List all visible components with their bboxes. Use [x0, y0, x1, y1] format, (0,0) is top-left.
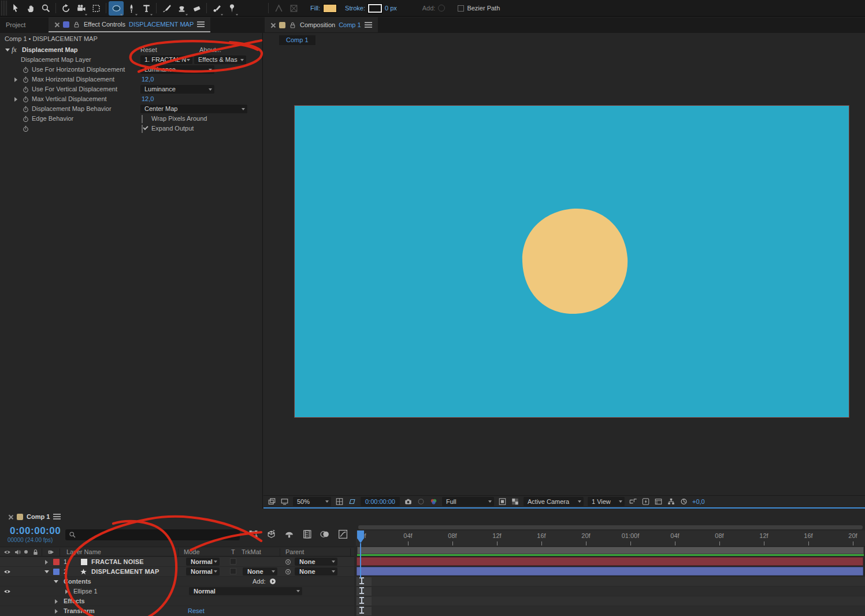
- max-horizontal-value[interactable]: 12,0: [142, 76, 154, 83]
- timeline-button-icon[interactable]: [654, 498, 663, 506]
- graph-editor-icon[interactable]: [338, 529, 348, 539]
- parent-pickwhip-icon[interactable]: [284, 558, 292, 566]
- property-row-contents[interactable]: Contents Add:: [0, 577, 354, 587]
- property-row-ellipse1[interactable]: Ellipse 1 Normal: [0, 587, 354, 596]
- stopwatch-icon[interactable]: [22, 66, 29, 74]
- trkmat-column-label[interactable]: TrkMat: [242, 548, 261, 555]
- selection-tool-icon[interactable]: [8, 1, 23, 16]
- mask-visibility-icon[interactable]: [348, 498, 357, 506]
- expand-arrow-icon[interactable]: [14, 97, 17, 102]
- tab-composition[interactable]: Composition Comp 1: [265, 17, 378, 32]
- ibeam-marker[interactable]: [359, 607, 364, 614]
- roto-brush-tool-icon[interactable]: [209, 1, 224, 16]
- parent-dropdown[interactable]: None: [295, 567, 337, 576]
- effect-about-link[interactable]: About...: [199, 46, 221, 53]
- effect-reset-link[interactable]: Reset: [140, 46, 157, 53]
- frame-blending-icon[interactable]: [302, 529, 312, 539]
- stopwatch-icon[interactable]: [22, 125, 29, 133]
- primary-viewer-icon[interactable]: [280, 498, 289, 506]
- bezier-path-checkbox[interactable]: [458, 5, 464, 12]
- tab-project[interactable]: Project: [0, 17, 31, 32]
- pen-tool-icon[interactable]: [124, 1, 139, 16]
- current-time-display[interactable]: 0:00:00:00: [10, 525, 61, 537]
- source-select-dropdown[interactable]: Effects & Mas: [194, 55, 246, 64]
- draft-3d-icon[interactable]: [266, 529, 276, 539]
- reset-exposure-icon[interactable]: [680, 498, 688, 506]
- comp-flowchart-icon[interactable]: [667, 498, 675, 506]
- stopwatch-icon[interactable]: [22, 76, 29, 84]
- magnification-dropdown[interactable]: 50%: [293, 497, 331, 506]
- tab-effect-controls[interactable]: Effect Controls DISPLACEMENT MAP: [49, 17, 210, 32]
- zoom-tool-icon[interactable]: [38, 1, 53, 16]
- property-name[interactable]: Effects: [64, 598, 85, 604]
- close-panel-icon[interactable]: [8, 514, 13, 519]
- property-name[interactable]: Transform: [64, 607, 95, 614]
- grid-guides-icon[interactable]: [335, 498, 344, 506]
- use-for-vertical-dropdown[interactable]: Luminance: [140, 85, 214, 94]
- effect-header-row[interactable]: fx Displacement Map Reset About...: [0, 45, 263, 55]
- blend-mode-dropdown[interactable]: Normal: [186, 558, 220, 566]
- layer-select-dropdown[interactable]: 1. FRACTAL N: [140, 55, 192, 64]
- stroke-width-value[interactable]: 0 px: [385, 5, 397, 12]
- snapshot-camera-icon[interactable]: [404, 498, 413, 506]
- transparency-grid-icon[interactable]: [511, 498, 519, 506]
- region-of-interest-icon[interactable]: [498, 498, 507, 506]
- close-panel-icon[interactable]: [54, 22, 60, 27]
- expand-arrow-icon[interactable]: [14, 77, 17, 82]
- exposure-value[interactable]: +0,0: [692, 498, 705, 505]
- layer-bar-displacement-map[interactable]: [357, 567, 863, 576]
- blend-mode-dropdown[interactable]: Normal: [186, 567, 220, 576]
- fast-previews-icon[interactable]: [641, 498, 650, 506]
- collapse-arrow-icon[interactable]: [5, 49, 10, 51]
- map-behavior-dropdown[interactable]: Center Map: [140, 105, 247, 113]
- stroke-label[interactable]: Stroke:: [345, 5, 365, 12]
- panel-menu-icon[interactable]: [53, 514, 61, 515]
- timeline-tab-comp1[interactable]: Comp 1: [3, 511, 65, 522]
- ibeam-marker[interactable]: [359, 587, 364, 594]
- share-view-icon[interactable]: [629, 498, 637, 506]
- puppet-pin-tool-icon[interactable]: [224, 1, 239, 16]
- expand-arrow-icon[interactable]: [55, 599, 58, 604]
- close-panel-icon[interactable]: [270, 23, 276, 28]
- property-name[interactable]: Ellipse 1: [73, 588, 98, 595]
- lock-icon[interactable]: [73, 21, 80, 28]
- wrap-pixels-checkbox[interactable]: [142, 115, 143, 123]
- eye-icon[interactable]: [3, 588, 11, 595]
- layer-label-color[interactable]: [53, 569, 60, 575]
- stroke-color-swatch[interactable]: [368, 4, 382, 13]
- collapse-arrow-icon[interactable]: [54, 580, 58, 583]
- toolbar-grip[interactable]: [1, 1, 7, 16]
- layer-row-displacement-map[interactable]: 2 DISPLACEMENT MAP Normal None None: [0, 567, 354, 577]
- shape-ellipse-tool-icon[interactable]: [109, 1, 124, 16]
- eraser-tool-icon[interactable]: [189, 1, 204, 16]
- channel-settings-icon[interactable]: [429, 498, 438, 506]
- switch-checkbox[interactable]: [230, 568, 236, 574]
- switch-checkbox[interactable]: [230, 558, 236, 565]
- shape-blend-mode-dropdown[interactable]: Normal: [189, 587, 302, 595]
- layer-name[interactable]: DISPLACEMENT MAP: [91, 568, 159, 575]
- rotation-tool-icon[interactable]: [58, 1, 73, 16]
- resolution-dropdown[interactable]: Full: [442, 497, 494, 506]
- panel-menu-icon[interactable]: [365, 22, 372, 23]
- parent-column-label[interactable]: Parent: [285, 548, 304, 555]
- 3d-view-dropdown[interactable]: Active Camera: [524, 497, 584, 506]
- fill-label[interactable]: Fill:: [310, 5, 320, 12]
- ibeam-marker[interactable]: [359, 577, 364, 584]
- view-layout-dropdown[interactable]: 1 View: [588, 497, 625, 506]
- stopwatch-icon[interactable]: [22, 115, 29, 123]
- viewer-tab-comp1[interactable]: Comp 1: [279, 35, 315, 45]
- expand-arrow-icon[interactable]: [45, 560, 48, 565]
- stopwatch-icon[interactable]: [22, 86, 29, 94]
- trkmat-dropdown[interactable]: None: [243, 567, 277, 576]
- layer-label-color[interactable]: [53, 559, 60, 565]
- use-for-horizontal-dropdown[interactable]: Luminance: [140, 65, 214, 74]
- composition-mini-flowchart-icon[interactable]: [248, 529, 258, 539]
- layer-name[interactable]: FRACTAL NOISE: [91, 558, 144, 565]
- pan-behind-tool-icon[interactable]: [88, 1, 103, 16]
- always-preview-icon[interactable]: [268, 498, 276, 506]
- stopwatch-icon[interactable]: [22, 105, 29, 113]
- layer-row-fractal-noise[interactable]: 1 FRACTAL NOISE Normal None: [0, 557, 354, 567]
- property-name[interactable]: Contents: [64, 578, 91, 585]
- type-tool-icon[interactable]: [139, 1, 154, 16]
- expand-output-checkbox[interactable]: [142, 125, 143, 133]
